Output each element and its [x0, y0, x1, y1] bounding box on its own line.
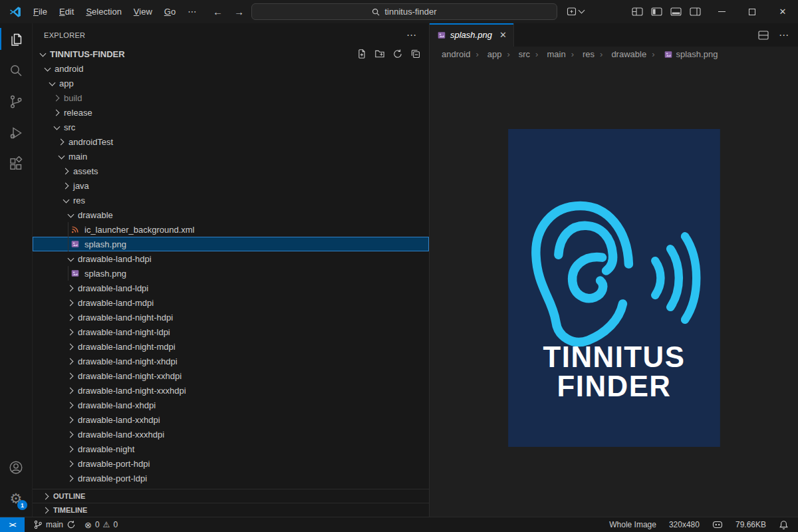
tree-item-release[interactable]: release: [33, 105, 429, 120]
chevron-down-icon: [579, 7, 585, 14]
run-debug-icon: [8, 125, 24, 141]
menu-edit[interactable]: Edit: [53, 5, 80, 19]
account-button[interactable]: [0, 452, 32, 483]
tree-item-drawable-port-ldpi[interactable]: drawable-port-ldpi: [33, 471, 429, 485]
tree-item-android[interactable]: android: [33, 61, 429, 76]
tree-item-drawable-land-mdpi[interactable]: drawable-land-mdpi: [33, 295, 429, 310]
chevron-right-icon: [66, 327, 76, 337]
tree-item-drawable[interactable]: drawable: [33, 207, 429, 222]
breadcrumb-item[interactable]: main: [530, 49, 566, 59]
image-dimensions[interactable]: 320x480: [669, 520, 700, 529]
tree-item-label: drawable-land-ldpi: [78, 283, 148, 293]
tree-item-build[interactable]: build: [33, 90, 429, 105]
menu-selection[interactable]: Selection: [80, 5, 127, 19]
chevron-right-icon: [61, 180, 72, 191]
tree-item-drawable-port-hdpi[interactable]: drawable-port-hdpi: [33, 456, 429, 471]
branch-status[interactable]: main: [33, 520, 76, 529]
tree-item-label: drawable-land-night-hdpi: [78, 313, 173, 323]
menu-bar: File Edit Selection View Go ⋯: [27, 5, 202, 19]
more-actions-icon[interactable]: ⋯: [779, 29, 789, 41]
tree-item-drawable-land-xxxhdpi[interactable]: drawable-land-xxxhdpi: [33, 427, 429, 442]
breadcrumb-item[interactable]: drawable: [595, 49, 646, 59]
tree-item-res[interactable]: res: [33, 193, 429, 207]
chevron-right-icon: [66, 341, 76, 352]
new-file-icon[interactable]: [356, 49, 367, 59]
tree-item-tinnitus-finder[interactable]: TINNITUS-FINDER: [33, 47, 429, 61]
tree-item-drawable-land-night-ldpi[interactable]: drawable-land-night-ldpi: [33, 325, 429, 339]
toggle-panel-icon[interactable]: [670, 7, 682, 16]
activity-search[interactable]: [0, 55, 32, 86]
activity-extensions[interactable]: [0, 148, 32, 180]
tree-item-splash-png[interactable]: splash.png: [33, 266, 429, 281]
tree-item-app[interactable]: app: [33, 76, 429, 90]
breadcrumb-item[interactable]: src: [501, 49, 530, 59]
explorer-sidebar: EXPLORER ⋯ TINNITUS-FINDERandroidappbuil…: [33, 23, 430, 517]
back-icon[interactable]: ←: [213, 6, 223, 17]
tree-item-androidtest[interactable]: androidTest: [33, 134, 429, 149]
remote-indicator[interactable]: ><: [0, 517, 25, 532]
breadcrumb-item-file[interactable]: splash.png: [646, 49, 718, 59]
activity-run-debug[interactable]: [0, 117, 32, 148]
tree-item-drawable-land-xxhdpi[interactable]: drawable-land-xxhdpi: [33, 412, 429, 427]
chevron-down-icon: [38, 49, 49, 59]
tree-item-java[interactable]: java: [33, 178, 429, 193]
tree-item-drawable-land-night-xxhdpi[interactable]: drawable-land-night-xxhdpi: [33, 368, 429, 383]
tab-label: splash.png: [450, 30, 492, 40]
tree-item-ic-launcher-background-xml[interactable]: ic_launcher_background.xml: [33, 222, 429, 237]
views-more-actions-icon[interactable]: ⋯: [406, 29, 417, 41]
collapse-all-icon[interactable]: [410, 49, 421, 59]
close-tab-icon[interactable]: ✕: [499, 30, 507, 40]
menu-go[interactable]: Go: [158, 5, 182, 19]
image-preview-canvas[interactable]: TINNITUS FINDER: [430, 62, 798, 517]
remote-icon: ><: [9, 521, 16, 529]
tree-item-src[interactable]: src: [33, 120, 429, 134]
chevron-right-icon: [52, 92, 63, 103]
tree-item-drawable-land-hdpi[interactable]: drawable-land-hdpi: [33, 251, 429, 266]
breadcrumb-item[interactable]: res: [566, 49, 595, 59]
menu-overflow[interactable]: ⋯: [182, 5, 202, 19]
image-file-size[interactable]: 79.66KB: [735, 520, 766, 529]
customize-layout-icon[interactable]: [632, 7, 643, 16]
new-window-tool[interactable]: [567, 7, 584, 17]
tree-item-drawable-land-night-xhdpi[interactable]: drawable-land-night-xhdpi: [33, 354, 429, 368]
tree-item-drawable-land-night-xxxhdpi[interactable]: drawable-land-night-xxxhdpi: [33, 383, 429, 398]
activity-explorer[interactable]: [0, 23, 32, 55]
tree-item-drawable-night[interactable]: drawable-night: [33, 442, 429, 456]
minimize-icon[interactable]: [706, 0, 737, 23]
menu-view[interactable]: View: [128, 5, 158, 19]
tree-item-label: ic_launcher_background.xml: [84, 225, 194, 235]
tree-item-drawable-land-xhdpi[interactable]: drawable-land-xhdpi: [33, 398, 429, 412]
tree-item-assets[interactable]: assets: [33, 164, 429, 178]
copilot-icon[interactable]: [712, 519, 723, 530]
settings-button[interactable]: ⚙ 1: [0, 483, 32, 514]
section-timeline[interactable]: TIMELINE: [33, 503, 429, 517]
bell-icon[interactable]: [779, 520, 789, 530]
warning-icon: ⚠: [103, 521, 110, 529]
breadcrumb-item[interactable]: android: [442, 49, 470, 59]
sidebar-header[interactable]: EXPLORER ⋯: [33, 23, 429, 47]
refresh-icon[interactable]: [392, 49, 403, 59]
tree-item-drawable-land-ldpi[interactable]: drawable-land-ldpi: [33, 281, 429, 295]
image-zoom-mode[interactable]: Whole Image: [609, 520, 656, 529]
new-folder-icon[interactable]: [374, 49, 385, 59]
tree-item-main[interactable]: main: [33, 149, 429, 164]
problems-status[interactable]: ⊗ 0 ⚠ 0: [84, 520, 118, 529]
toggle-primary-sidebar-icon[interactable]: [651, 7, 662, 16]
section-outline[interactable]: OUTLINE: [33, 489, 429, 503]
menu-file[interactable]: File: [27, 5, 53, 19]
tree-item-label: drawable-land-xhdpi: [78, 400, 156, 410]
tree-item-drawable-land-night-mdpi[interactable]: drawable-land-night-mdpi: [33, 339, 429, 354]
split-editor-icon[interactable]: [758, 31, 769, 40]
tab-splash-png[interactable]: splash.png ✕: [430, 23, 514, 47]
command-center-search[interactable]: tinnitus-finder: [251, 3, 557, 20]
breadcrumb-item[interactable]: app: [470, 49, 501, 59]
forward-icon[interactable]: →: [234, 6, 244, 17]
toggle-secondary-sidebar-icon[interactable]: [690, 7, 701, 16]
close-icon[interactable]: ✕: [767, 0, 798, 23]
tree-item-drawable-land-night-hdpi[interactable]: drawable-land-night-hdpi: [33, 310, 429, 325]
tree-item-label: drawable-land-mdpi: [78, 298, 154, 308]
maximize-icon[interactable]: [737, 0, 767, 23]
activity-source-control[interactable]: [0, 86, 32, 117]
tree-item-label: src: [64, 122, 75, 132]
tree-item-splash-png[interactable]: splash.png: [33, 237, 429, 251]
